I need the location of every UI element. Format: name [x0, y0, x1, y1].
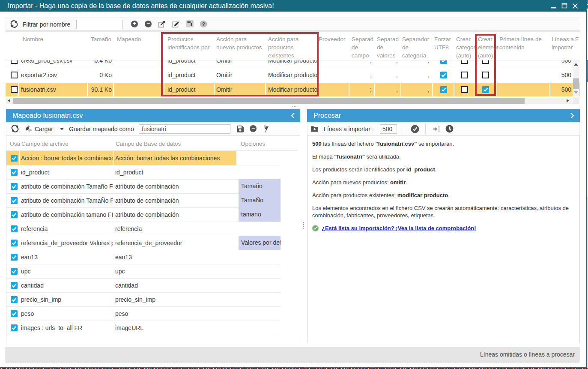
svg-text:?: ?	[202, 21, 205, 27]
